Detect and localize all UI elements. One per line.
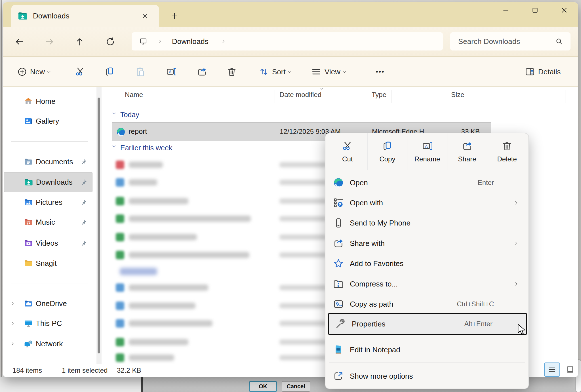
blurred-file-icon (116, 178, 124, 187)
sidebar-item-gallery[interactable]: Gallery (4, 111, 92, 131)
context-copy-button[interactable]: Copy (367, 133, 407, 170)
rename-icon: A (422, 140, 433, 152)
up-button[interactable] (73, 35, 86, 48)
music-folder-icon (24, 218, 33, 227)
expand-chevron-icon[interactable] (10, 342, 13, 345)
menu-item-show-more-options[interactable]: Show more options (327, 366, 527, 386)
delete-button[interactable] (224, 63, 240, 80)
column-divider[interactable] (493, 90, 493, 103)
details-view-toggle[interactable] (544, 363, 560, 377)
details-pane-icon (525, 66, 535, 77)
status-divider (57, 366, 57, 375)
menu-item-send-to-my-phone[interactable]: Send to My Phone (327, 213, 527, 233)
menu-item-share-with[interactable]: Share with (327, 233, 527, 254)
folder-icon (24, 259, 33, 268)
plus-circle-icon (17, 67, 27, 77)
expand-chevron-icon[interactable] (10, 322, 13, 325)
copy-button[interactable] (101, 63, 118, 80)
column-divider[interactable] (565, 90, 565, 103)
cut-button[interactable] (72, 63, 89, 80)
sidebar-item-snagit[interactable]: Snagit (4, 253, 92, 273)
group-collapse-icon[interactable] (112, 111, 115, 114)
share-icon (197, 66, 207, 77)
refresh-button[interactable] (104, 35, 117, 48)
menu-item-copy-as-path[interactable]: Copy as path Ctrl+Shift+C (327, 294, 527, 314)
rename-button[interactable]: A (163, 63, 179, 80)
sidebar-item-downloads[interactable]: Downloads (4, 172, 92, 192)
blurred-file-icon (116, 319, 124, 328)
pin-icon (80, 239, 87, 247)
sidebar-item-documents[interactable]: Documents (4, 152, 92, 172)
context-delete-button[interactable]: Delete (487, 133, 527, 170)
menu-item-open-with[interactable]: Open with (327, 193, 527, 213)
context-cut-button[interactable]: Cut (328, 133, 367, 170)
column-header-type[interactable]: Type (372, 91, 386, 99)
share-button[interactable] (194, 63, 210, 80)
breadcrumb-item-downloads[interactable]: Downloads (172, 37, 209, 46)
details-pane-button[interactable]: Details (523, 63, 563, 81)
menu-item-edit-in-notepad[interactable]: Edit in Notepad (327, 340, 527, 360)
star-icon (333, 258, 344, 269)
blurred-file-name (129, 284, 208, 291)
sidebar-item-videos[interactable]: Videos (4, 233, 92, 253)
column-divider[interactable] (275, 90, 275, 103)
sidebar-item-this-pc[interactable]: This PC (4, 313, 92, 333)
group-header-last-week-blurred[interactable] (120, 268, 157, 275)
sidebar-item-pictures[interactable]: Pictures (4, 192, 92, 212)
view-button[interactable]: View (309, 63, 346, 81)
cut-icon (342, 140, 353, 152)
sidebar-divider (11, 141, 88, 142)
paste-button[interactable] (132, 63, 149, 80)
menu-item-open[interactable]: Open Enter (327, 172, 527, 193)
context-share-button[interactable]: Share (447, 133, 487, 170)
sort-descending-icon (320, 86, 323, 89)
breadcrumb[interactable]: Downloads (132, 32, 443, 50)
blurred-file-icon (116, 283, 124, 292)
menu-item-add-to-favorites[interactable]: Add to Favorites (327, 253, 527, 274)
minimize-button[interactable] (497, 3, 515, 17)
forward-button[interactable] (43, 35, 56, 48)
menu-item-label: Properties (352, 320, 386, 328)
sidebar-item-home[interactable]: Home (4, 91, 92, 111)
sort-icon (258, 66, 269, 77)
column-header-name[interactable]: Name (125, 91, 143, 99)
back-button[interactable] (13, 35, 26, 48)
tab-close-button[interactable] (140, 11, 150, 22)
column-header-size[interactable]: Size (451, 91, 464, 99)
menu-item-compress-to[interactable]: Compress to... (327, 274, 527, 294)
thumbnail-view-toggle[interactable] (562, 363, 578, 377)
arrow-right-icon (45, 37, 55, 47)
sidebar-item-music[interactable]: Music (4, 212, 92, 232)
chevron-down-icon (47, 69, 50, 73)
sort-button[interactable]: Sort (256, 63, 291, 81)
new-tab-button[interactable] (168, 10, 181, 22)
window-close-button[interactable] (555, 3, 573, 17)
search-box[interactable]: Search Downloads (450, 32, 571, 50)
maximize-button[interactable] (526, 3, 544, 17)
group-header-earlier-this-week[interactable]: Earlier this week (120, 144, 172, 152)
blurred-file-name (129, 234, 197, 240)
ok-button[interactable]: OK (249, 381, 277, 392)
pin-icon (80, 199, 87, 206)
group-header-today[interactable]: Today (120, 111, 139, 119)
menu-item-properties[interactable]: Properties Alt+Enter (328, 313, 527, 335)
breadcrumb-chevron-icon (158, 40, 161, 43)
sidebar-item-onedrive[interactable]: OneDrive (4, 294, 92, 313)
this-pc-icon (139, 37, 148, 46)
sidebar-item-label: Music (36, 218, 55, 227)
context-rename-button[interactable]: A Rename (407, 133, 447, 170)
expand-chevron-icon[interactable] (10, 302, 13, 305)
column-divider[interactable] (391, 90, 391, 103)
cancel-button[interactable]: Cancel (282, 381, 310, 392)
view-button-label: View (325, 68, 340, 76)
new-button[interactable]: New (14, 63, 50, 81)
tab-downloads[interactable]: Downloads (11, 5, 159, 27)
cut-icon (75, 66, 86, 77)
column-header-date-modified[interactable]: Date modified (279, 91, 321, 99)
sidebar-item-network[interactable]: Network (4, 334, 92, 354)
blurred-file-date (279, 216, 326, 221)
group-collapse-icon[interactable] (112, 144, 115, 147)
pin-icon (80, 178, 88, 186)
see-more-button[interactable]: ••• (371, 63, 389, 81)
sidebar-scrollbar-thumb[interactable] (98, 98, 100, 353)
